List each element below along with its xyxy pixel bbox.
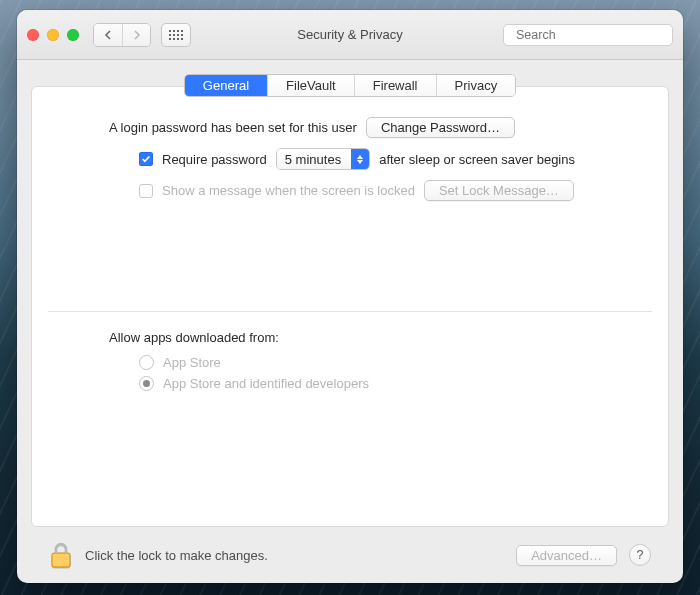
forward-button[interactable] <box>122 24 150 46</box>
gatekeeper-option-appstore <box>139 355 154 370</box>
svg-rect-3 <box>53 554 70 567</box>
show-lock-message-checkbox[interactable] <box>139 184 153 198</box>
window-controls <box>27 29 79 41</box>
close-window-button[interactable] <box>27 29 39 41</box>
nav-back-forward <box>93 23 151 47</box>
zoom-window-button[interactable] <box>67 29 79 41</box>
set-lock-message-button: Set Lock Message… <box>424 180 574 201</box>
titlebar: Security & Privacy <box>17 10 683 60</box>
lock-hint-text: Click the lock to make changes. <box>85 548 268 563</box>
gatekeeper-option-identified <box>139 376 154 391</box>
require-password-delay-value: 5 minutes <box>277 149 351 169</box>
tab-filevault[interactable]: FileVault <box>267 75 354 96</box>
gatekeeper-option-appstore-label: App Store <box>163 355 221 370</box>
minimize-window-button[interactable] <box>47 29 59 41</box>
help-button[interactable]: ? <box>629 544 651 566</box>
tab-general[interactable]: General <box>185 75 267 96</box>
search-input[interactable] <box>514 27 675 43</box>
section-divider <box>48 311 652 312</box>
checkmark-icon <box>141 154 151 164</box>
login-password-label: A login password has been set for this u… <box>109 120 357 135</box>
gatekeeper-section-label: Allow apps downloaded from: <box>109 330 646 345</box>
stepper-caret-icon <box>351 149 369 169</box>
change-password-button[interactable]: Change Password… <box>366 117 515 138</box>
require-password-label-after: after sleep or screen saver begins <box>379 152 575 167</box>
chevron-left-icon <box>104 30 113 40</box>
require-password-checkbox[interactable] <box>139 152 153 166</box>
lock-icon[interactable] <box>49 541 73 569</box>
require-password-delay-select[interactable]: 5 minutes <box>276 148 370 170</box>
gatekeeper-option-identified-label: App Store and identified developers <box>163 376 369 391</box>
tab-bar: General FileVault Firewall Privacy <box>184 74 516 97</box>
footer: Click the lock to make changes. Advanced… <box>31 527 669 583</box>
advanced-button[interactable]: Advanced… <box>516 545 617 566</box>
search-field[interactable] <box>503 24 673 46</box>
show-all-button[interactable] <box>161 23 191 47</box>
tab-privacy[interactable]: Privacy <box>436 75 516 96</box>
tab-firewall[interactable]: Firewall <box>354 75 436 96</box>
back-button[interactable] <box>94 24 122 46</box>
require-password-label-before: Require password <box>162 152 267 167</box>
general-panel: A login password has been set for this u… <box>31 86 669 527</box>
show-lock-message-label: Show a message when the screen is locked <box>162 183 415 198</box>
preferences-window: Security & Privacy General FileVault Fir… <box>17 10 683 583</box>
chevron-right-icon <box>132 30 141 40</box>
grid-icon <box>169 30 183 40</box>
